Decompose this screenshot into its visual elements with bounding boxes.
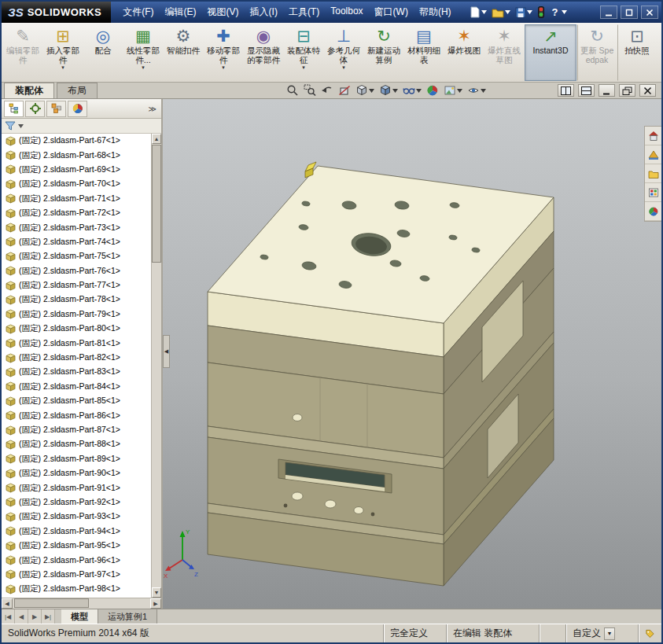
tree-item[interactable]: (固定) 2.sldasm-Part-92<1>: [2, 495, 151, 510]
tab-layout[interactable]: 布局: [57, 83, 98, 98]
tree-item[interactable]: (固定) 2.sldasm-Part-98<1>: [2, 582, 151, 596]
panel-splitter-handle[interactable]: ◀: [163, 335, 170, 368]
chevron-down-icon[interactable]: [527, 10, 532, 14]
tab-scroll-last[interactable]: ▶|: [42, 609, 55, 624]
tree-item[interactable]: (固定) 2.sldasm-Part-97<1>: [2, 568, 151, 582]
tree-item[interactable]: (固定) 2.sldasm-Part-84<1>: [2, 380, 151, 394]
tree-item[interactable]: (固定) 2.sldasm-Part-81<1>: [2, 336, 151, 350]
tree-item[interactable]: (固定) 2.sldasm-Part-89<1>: [2, 452, 151, 466]
filter-dropdown-icon[interactable]: [18, 124, 24, 128]
tree-item[interactable]: (固定) 2.sldasm-Part-91<1>: [2, 480, 151, 495]
tree-item[interactable]: (固定) 2.sldasm-Part-71<1>: [2, 192, 151, 206]
new-motion-study-button[interactable]: ↻ 新建运动算例: [364, 24, 403, 81]
design-library-button[interactable]: [645, 145, 661, 164]
scrollbar-thumb[interactable]: [152, 145, 161, 263]
menu-window[interactable]: 窗口(W): [369, 2, 414, 22]
tree-item[interactable]: (固定) 2.sldasm-Part-67<1>: [2, 134, 151, 148]
edit-appearance-button[interactable]: [426, 84, 439, 97]
doc-restore-button[interactable]: [619, 84, 635, 97]
panel-overflow-chevron[interactable]: ≫: [146, 105, 159, 113]
rebuild-button[interactable]: [536, 6, 547, 19]
menu-file[interactable]: 文件(F): [117, 2, 159, 22]
tree-vertical-scrollbar[interactable]: ▲ ▼: [151, 134, 161, 598]
solidworks-resources-button[interactable]: [645, 127, 661, 145]
tab-property-manager[interactable]: [25, 101, 45, 117]
tree-item[interactable]: (固定) 2.sldasm-Part-95<1>: [2, 539, 151, 553]
scrollbar-track[interactable]: [13, 598, 150, 609]
mate-button[interactable]: ◎ 配合: [83, 24, 123, 81]
tree-item[interactable]: (固定) 2.sldasm-Part-93<1>: [2, 510, 151, 524]
scrollbar-thumb[interactable]: [14, 598, 89, 608]
tree-item[interactable]: (固定) 2.sldasm-Part-85<1>: [2, 394, 151, 408]
doc-minimize-button[interactable]: [599, 84, 615, 97]
tree-item[interactable]: (固定) 2.sldasm-Part-80<1>: [2, 322, 151, 336]
display-style-button[interactable]: [379, 84, 398, 97]
menu-tools[interactable]: 工具(T): [283, 2, 325, 22]
tree-item[interactable]: (固定) 2.sldasm-Part-86<1>: [2, 408, 151, 422]
tab-motion-study[interactable]: 运动算例1: [98, 609, 157, 624]
customize-dropdown-arrow[interactable]: ▼: [604, 627, 615, 640]
chevron-down-icon[interactable]: [562, 10, 567, 14]
menu-help[interactable]: 帮助(H): [414, 2, 457, 22]
tab-model[interactable]: 模型: [61, 609, 98, 624]
tree-item[interactable]: (固定) 2.sldasm-Part-79<1>: [2, 307, 151, 322]
tab-scroll-prev[interactable]: ◀: [15, 609, 28, 624]
tree-item[interactable]: (固定) 2.sldasm-Part-88<1>: [2, 437, 151, 451]
tree-item[interactable]: (固定) 2.sldasm-Part-76<1>: [2, 264, 151, 278]
graphics-area[interactable]: Y X Z: [163, 99, 661, 609]
instant3d-button[interactable]: ↗ Instant3D: [525, 24, 576, 81]
menu-edit[interactable]: 编辑(E): [160, 2, 202, 22]
scroll-right-arrow[interactable]: ▶: [150, 598, 161, 609]
insert-components-button[interactable]: ⊞ 插入零部件 ▼: [43, 24, 83, 81]
zoom-to-area-button[interactable]: [304, 84, 316, 97]
menu-insert[interactable]: 插入(I): [245, 2, 283, 22]
menu-toolbox[interactable]: Toolbox: [325, 2, 368, 22]
tree-item[interactable]: (固定) 2.sldasm-Part-75<1>: [2, 249, 151, 263]
tree-item[interactable]: (固定) 2.sldasm-Part-78<1>: [2, 293, 151, 307]
tab-scroll-next[interactable]: ▶: [28, 609, 42, 624]
exploded-view-button[interactable]: ✶ 爆炸视图: [444, 24, 484, 81]
tree-item[interactable]: (固定) 2.sldasm-Part-69<1>: [2, 163, 151, 177]
tree-horizontal-scrollbar[interactable]: ◀ ▶: [2, 598, 161, 609]
tab-assembly[interactable]: 装配体: [4, 83, 54, 98]
appearances-scenes-button[interactable]: [645, 202, 661, 221]
tree-item[interactable]: (固定) 2.sldasm-Part-94<1>: [2, 524, 151, 539]
view-settings-button[interactable]: [467, 84, 486, 97]
menu-view[interactable]: 视图(V): [202, 2, 245, 22]
scroll-down-arrow[interactable]: ▼: [152, 587, 161, 598]
filter-funnel-icon[interactable]: [5, 120, 16, 131]
tab-configuration-manager[interactable]: [46, 101, 66, 117]
help-button[interactable]: ?: [548, 6, 569, 19]
tab-feature-tree[interactable]: [4, 101, 24, 117]
save-button[interactable]: [514, 6, 534, 19]
move-component-button[interactable]: ✚ 移动零部件 ▼: [204, 24, 243, 81]
edit-component-button[interactable]: ✎ 编辑零部件: [3, 24, 42, 81]
linear-component-pattern-button[interactable]: ▦ 线性零部件... ▼: [123, 24, 163, 81]
view-orientation-button[interactable]: [355, 84, 374, 97]
tree-item[interactable]: (固定) 2.sldasm-Part-68<1>: [2, 148, 151, 162]
customize-status-combo[interactable]: 自定义 ▼: [565, 624, 638, 642]
smart-fasteners-button[interactable]: ⚙ 智能扣件: [164, 24, 203, 81]
tree-item[interactable]: (固定) 2.sldasm-Part-87<1>: [2, 423, 151, 437]
show-hidden-components-button[interactable]: ◉ 显示隐藏的零部件: [244, 24, 283, 81]
reference-geometry-button[interactable]: ⊥ 参考几何体 ▼: [324, 24, 363, 81]
tree-item[interactable]: (固定) 2.sldasm-Part-96<1>: [2, 553, 151, 567]
tree-item[interactable]: (固定) 2.sldasm-Part-77<1>: [2, 278, 151, 293]
assembly-features-button[interactable]: ⊟ 装配体特征 ▼: [284, 24, 323, 81]
restore-button[interactable]: [621, 6, 638, 19]
tree-item[interactable]: (固定) 2.sldasm-Part-70<1>: [2, 177, 151, 191]
apply-scene-button[interactable]: [444, 84, 462, 97]
explode-line-sketch-button[interactable]: ✶ 爆炸直线草图: [484, 24, 524, 81]
doc-close-button[interactable]: [639, 84, 656, 97]
chevron-down-icon[interactable]: [505, 10, 510, 14]
scroll-left-arrow[interactable]: ◀: [2, 598, 13, 609]
new-document-button[interactable]: [468, 6, 488, 19]
take-snapshot-button[interactable]: ⊡ 拍快照: [617, 24, 657, 81]
tree-item[interactable]: (固定) 2.sldasm-Part-72<1>: [2, 206, 151, 220]
scroll-up-arrow[interactable]: ▲: [152, 134, 161, 144]
split-pane-vertical-button[interactable]: [558, 84, 574, 97]
tab-display-manager[interactable]: [68, 101, 87, 117]
view-palette-button[interactable]: [645, 183, 661, 202]
zoom-to-fit-button[interactable]: [286, 84, 299, 97]
file-explorer-button[interactable]: [645, 164, 661, 183]
